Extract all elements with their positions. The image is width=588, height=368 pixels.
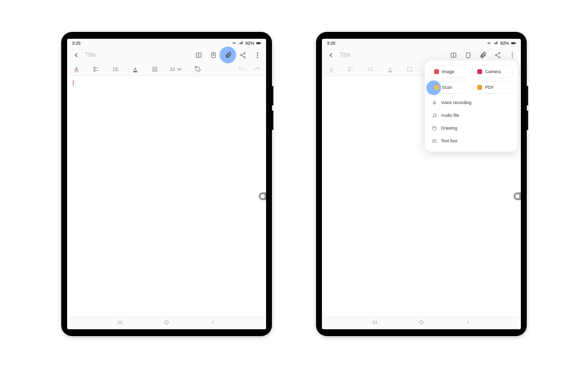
- font-size-value: 12: [170, 67, 175, 72]
- undo-icon: [238, 66, 245, 73]
- attach-pdf-button[interactable]: PDF: [473, 81, 513, 94]
- mic-icon: [432, 100, 437, 105]
- attach-voice-button[interactable]: Voice recording: [430, 97, 513, 108]
- edge-panel-handle[interactable]: [259, 192, 266, 200]
- battery-icon: [256, 41, 261, 46]
- font-size-button[interactable]: 12: [170, 65, 183, 74]
- list-icon: [112, 66, 119, 73]
- recents-icon: [117, 319, 123, 326]
- music-note-icon: [432, 113, 437, 118]
- status-bar: 3:25 82%: [67, 39, 266, 48]
- redo-button[interactable]: [252, 65, 261, 74]
- reading-mode-button[interactable]: [193, 49, 204, 61]
- font-color-icon: [132, 66, 139, 73]
- page-manager-button[interactable]: [462, 49, 474, 61]
- camera-icon: [477, 69, 482, 74]
- page-icon: [465, 52, 472, 59]
- nav-back-button[interactable]: [210, 319, 217, 328]
- attach-camera-button[interactable]: Camera: [473, 65, 513, 78]
- svg-rect-56: [434, 101, 435, 103]
- svg-rect-33: [512, 43, 514, 44]
- attach-pdf-label: PDF: [485, 85, 494, 90]
- undo-button[interactable]: [237, 65, 245, 74]
- svg-point-8: [244, 56, 245, 58]
- svg-line-9: [242, 53, 244, 54]
- more-button[interactable]: [251, 49, 263, 61]
- volume-up-button[interactable]: [527, 86, 528, 105]
- svg-point-42: [512, 56, 513, 57]
- svg-point-36: [495, 54, 496, 56]
- status-bar: 3:25 82%: [322, 39, 521, 48]
- more-button[interactable]: [506, 49, 518, 61]
- attach-scan-button[interactable]: Scan: [430, 81, 470, 94]
- attach-drawing-button[interactable]: Drawing: [430, 122, 513, 134]
- bullet-list-button[interactable]: [366, 65, 375, 74]
- image-icon: [434, 69, 439, 74]
- svg-line-38: [496, 53, 499, 54]
- home-button[interactable]: [418, 319, 425, 328]
- home-icon: [163, 319, 170, 326]
- bullet-list-button[interactable]: [111, 65, 120, 74]
- background-color-button[interactable]: [150, 65, 159, 74]
- back-button[interactable]: [70, 49, 82, 61]
- pen-mode-button[interactable]: [194, 65, 202, 74]
- reading-mode-button[interactable]: [447, 49, 459, 61]
- note-title-input[interactable]: Title: [339, 52, 445, 58]
- list-icon: [367, 66, 374, 73]
- share-icon: [494, 52, 501, 59]
- nav-bar: [322, 316, 521, 329]
- volume-down-button[interactable]: [527, 110, 528, 130]
- page-manager-button[interactable]: [207, 49, 219, 61]
- page-icon: [210, 52, 217, 59]
- pen-icon: [195, 66, 201, 73]
- checklist-button[interactable]: [346, 65, 355, 74]
- chevron-left-icon: [73, 52, 80, 59]
- nav-back-icon: [210, 319, 217, 326]
- svg-point-57: [433, 116, 434, 117]
- attach-audio-button[interactable]: Audio file: [430, 109, 513, 121]
- bg-color-icon: [151, 66, 158, 73]
- chevron-down-icon: [176, 66, 183, 73]
- attach-camera-label: Camera: [485, 69, 501, 74]
- signal-icon: [239, 41, 244, 46]
- battery-icon: [511, 41, 516, 46]
- volume-down-button[interactable]: [272, 110, 273, 130]
- svg-line-10: [242, 55, 244, 57]
- attach-image-button[interactable]: Image: [430, 65, 470, 78]
- note-canvas[interactable]: [67, 76, 266, 316]
- text-style-icon: [328, 66, 335, 73]
- chevron-left-icon: [327, 52, 335, 59]
- recents-button[interactable]: [117, 319, 123, 328]
- attach-button[interactable]: [222, 49, 234, 61]
- nav-back-button[interactable]: [465, 319, 471, 328]
- attach-textbox-button[interactable]: Text box: [430, 135, 513, 147]
- back-button[interactable]: [325, 49, 337, 61]
- svg-point-19: [113, 67, 114, 68]
- background-color-button[interactable]: [405, 65, 414, 74]
- home-button[interactable]: [163, 319, 170, 328]
- text-style-button[interactable]: [72, 65, 81, 74]
- volume-up-button[interactable]: [272, 86, 273, 105]
- note-title-input[interactable]: Title: [84, 52, 191, 58]
- status-time: 3:25: [327, 41, 336, 46]
- tablet-right: 3:25 82% Title: [316, 32, 527, 336]
- wifi-icon: [487, 41, 491, 46]
- svg-point-35: [499, 52, 500, 53]
- font-color-icon: [387, 66, 393, 73]
- share-button[interactable]: [491, 49, 503, 61]
- svg-point-12: [257, 54, 258, 55]
- share-button[interactable]: [237, 49, 248, 61]
- svg-point-61: [434, 127, 435, 127]
- attach-textbox-label: Text box: [441, 138, 458, 143]
- svg-point-7: [240, 54, 242, 56]
- text-style-button[interactable]: [327, 65, 336, 74]
- checklist-button[interactable]: [92, 65, 100, 74]
- attach-button[interactable]: [477, 49, 489, 61]
- recents-button[interactable]: [371, 319, 378, 328]
- attach-voice-label: Voice recording: [441, 100, 471, 105]
- svg-rect-1: [260, 43, 261, 44]
- font-color-button[interactable]: [131, 65, 140, 74]
- share-icon: [239, 52, 246, 59]
- edge-panel-handle[interactable]: [514, 192, 521, 200]
- font-color-button[interactable]: [386, 65, 394, 74]
